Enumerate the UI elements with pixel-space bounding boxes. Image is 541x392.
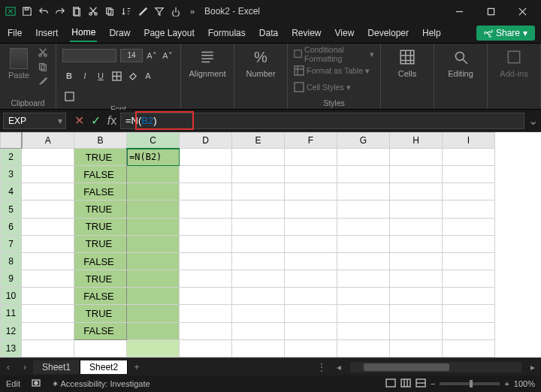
cell[interactable] xyxy=(443,322,495,339)
cell[interactable] xyxy=(390,218,443,235)
cell[interactable] xyxy=(390,339,443,357)
tab-scroll-menu[interactable]: ⋮ xyxy=(317,362,326,372)
cell[interactable] xyxy=(285,305,337,322)
cell[interactable] xyxy=(443,252,495,270)
save-icon[interactable] xyxy=(20,4,35,19)
filter-icon[interactable] xyxy=(152,4,167,19)
cell[interactable] xyxy=(22,183,74,201)
cell[interactable]: FALSE xyxy=(74,288,127,305)
maximize-button[interactable] xyxy=(479,2,502,20)
cell[interactable] xyxy=(390,270,443,288)
column-header[interactable]: C xyxy=(127,133,180,149)
cell[interactable] xyxy=(232,235,285,252)
cut-icon[interactable] xyxy=(36,47,50,59)
cell[interactable]: TRUE xyxy=(74,270,127,288)
cell[interactable] xyxy=(337,183,390,201)
cell[interactable] xyxy=(390,201,443,218)
cell[interactable] xyxy=(232,201,285,218)
redo-icon[interactable] xyxy=(53,4,68,19)
cell[interactable] xyxy=(127,270,180,288)
cut-icon[interactable] xyxy=(86,4,101,19)
close-button[interactable] xyxy=(511,2,533,20)
cell[interactable] xyxy=(232,218,285,235)
row-header[interactable]: 4 xyxy=(1,183,22,201)
cell[interactable] xyxy=(390,305,443,322)
cell[interactable] xyxy=(22,235,74,252)
cell[interactable] xyxy=(232,339,285,357)
cell[interactable] xyxy=(337,201,390,218)
cell[interactable] xyxy=(285,252,337,270)
cell[interactable] xyxy=(443,288,495,305)
tab-view[interactable]: View xyxy=(334,25,356,41)
view-page-layout-icon[interactable] xyxy=(400,378,411,389)
cell[interactable]: TRUE xyxy=(74,235,127,252)
zoom-level[interactable]: 100% xyxy=(514,379,535,388)
sheet-tab[interactable]: Sheet1 xyxy=(33,360,80,374)
tab-developer[interactable]: Developer xyxy=(366,25,410,41)
column-header[interactable]: G xyxy=(337,133,390,149)
cell[interactable] xyxy=(443,201,495,218)
expand-formula-bar-icon[interactable]: ⌄ xyxy=(524,113,541,128)
zoom-slider[interactable] xyxy=(440,382,500,385)
cell[interactable] xyxy=(390,235,443,252)
cell[interactable] xyxy=(443,235,495,252)
cell[interactable] xyxy=(390,183,443,201)
cell[interactable] xyxy=(180,218,232,235)
cell[interactable] xyxy=(22,288,74,305)
cell[interactable]: TRUE xyxy=(74,149,127,166)
column-header[interactable]: H xyxy=(390,133,443,149)
cell[interactable] xyxy=(127,218,180,235)
decrease-font-icon[interactable]: A˅ xyxy=(161,49,174,62)
cell[interactable] xyxy=(390,322,443,339)
cell[interactable] xyxy=(127,322,180,339)
cell[interactable] xyxy=(337,322,390,339)
name-box[interactable]: EXP▾ xyxy=(3,113,66,129)
border-icon[interactable] xyxy=(110,69,123,83)
cell[interactable] xyxy=(180,288,232,305)
underline-button[interactable]: U xyxy=(94,69,107,83)
cell[interactable] xyxy=(390,166,443,183)
cell[interactable] xyxy=(22,270,74,288)
tab-formulas[interactable]: Formulas xyxy=(207,25,247,41)
cell[interactable] xyxy=(180,149,232,166)
cell[interactable] xyxy=(285,218,337,235)
macro-record-icon[interactable] xyxy=(31,378,41,390)
row-header[interactable]: 10 xyxy=(1,288,22,305)
view-page-break-icon[interactable] xyxy=(416,378,426,389)
cell[interactable] xyxy=(337,218,390,235)
brush-icon[interactable] xyxy=(135,4,150,19)
formula-bar[interactable]: =N(B2) xyxy=(120,113,524,129)
cell[interactable] xyxy=(285,270,337,288)
cell[interactable] xyxy=(22,322,74,339)
row-header[interactable]: 12 xyxy=(1,322,22,339)
view-normal-icon[interactable] xyxy=(385,378,396,389)
add-sheet-button[interactable]: + xyxy=(128,362,146,372)
cell[interactable] xyxy=(127,235,180,252)
cell[interactable] xyxy=(127,201,180,218)
cell[interactable] xyxy=(180,201,232,218)
cell[interactable] xyxy=(443,166,495,183)
cell[interactable] xyxy=(285,183,337,201)
cell[interactable] xyxy=(443,339,495,357)
fill-color-icon[interactable] xyxy=(125,69,139,83)
row-header[interactable]: 13 xyxy=(1,339,22,357)
sheet-nav-prev[interactable]: ‹ xyxy=(0,362,17,372)
alignment-button[interactable]: Alignment xyxy=(187,47,228,78)
cell[interactable] xyxy=(285,288,337,305)
sort-icon[interactable] xyxy=(119,4,134,19)
cell[interactable] xyxy=(180,270,232,288)
more-icon[interactable]: » xyxy=(185,4,200,19)
row-header[interactable]: 7 xyxy=(1,235,22,252)
cell[interactable] xyxy=(337,252,390,270)
cell[interactable] xyxy=(127,288,180,305)
cell[interactable]: TRUE xyxy=(74,218,127,235)
column-header[interactable]: D xyxy=(180,133,232,149)
excel-icon[interactable] xyxy=(3,4,18,19)
number-button[interactable]: %Number xyxy=(240,47,281,78)
cell[interactable] xyxy=(337,339,390,357)
row-header[interactable]: 6 xyxy=(1,218,22,235)
accessibility-status[interactable]: ✶ Accessibility: Investigate xyxy=(52,379,150,389)
cell[interactable]: =N(B2) xyxy=(127,149,180,166)
font-color-icon[interactable]: A xyxy=(141,69,155,83)
cell[interactable] xyxy=(127,166,180,183)
